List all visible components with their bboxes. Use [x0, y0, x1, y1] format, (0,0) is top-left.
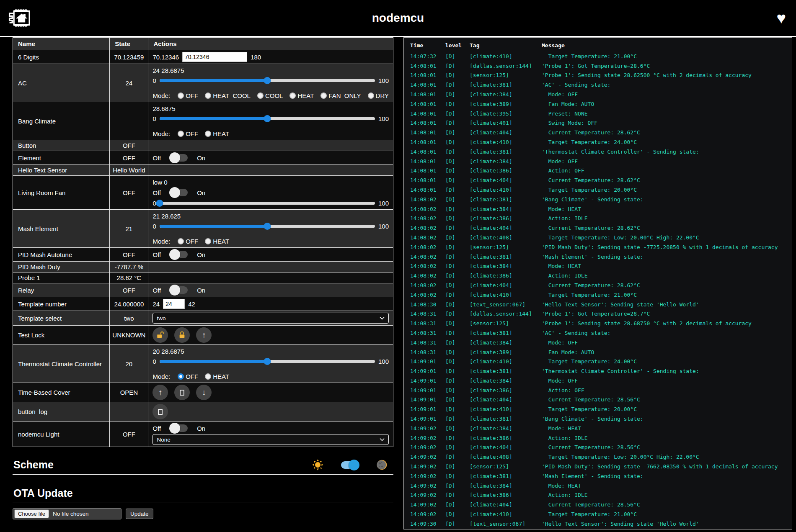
left-column: Name State Actions 6 Digits70.12345970.1…	[13, 37, 393, 519]
slider-thumb[interactable]	[264, 358, 271, 365]
stop-icon	[158, 409, 163, 415]
number-input[interactable]	[163, 299, 185, 309]
table-row: PID Mash Duty-7787.7 %	[13, 262, 393, 272]
entity-actions	[148, 140, 393, 151]
action-line: 2442	[152, 299, 389, 309]
mode-radio-option[interactable]: COOL	[257, 92, 283, 99]
radio-button[interactable]	[205, 373, 211, 380]
slider-thumb[interactable]	[156, 200, 163, 207]
log-level: [D]	[445, 443, 470, 452]
entity-name: nodemcu Light	[13, 421, 110, 447]
radio-button[interactable]	[205, 93, 211, 99]
log-time: 14:08:01	[410, 147, 445, 157]
table-row: Template selecttwotwo	[13, 311, 393, 326]
slider-thumb[interactable]	[264, 77, 271, 84]
lock-button[interactable]	[174, 327, 190, 343]
slider[interactable]	[160, 200, 375, 206]
mode-option-label: HEAT	[213, 130, 229, 137]
log-message: Target Temperature: Low: 20.00°C High: 2…	[542, 452, 792, 462]
action-line: ↑	[152, 327, 389, 343]
mode-radio-option[interactable]: OFF	[178, 92, 198, 99]
log-time: 14:09:01	[410, 367, 445, 376]
radio-button[interactable]	[368, 93, 374, 99]
log-time: 14:09:02	[410, 424, 445, 434]
slider[interactable]	[160, 115, 375, 122]
slider-max-label: 100	[378, 115, 389, 122]
radio-button[interactable]	[289, 93, 296, 99]
mode-option-label: HEAT_COOL	[213, 92, 251, 99]
mode-radio-option[interactable]: HEAT	[289, 92, 314, 99]
slider-track[interactable]	[160, 202, 375, 205]
select-dropdown[interactable]: two	[152, 313, 389, 324]
arrow-up-button[interactable]: ↑	[152, 385, 168, 400]
log-tag: [climate:384]	[470, 262, 542, 271]
mode-radio-option[interactable]: OFF	[178, 130, 198, 137]
mode-radio-option[interactable]: HEAT_COOL	[205, 92, 251, 99]
log-level: [D]	[445, 309, 470, 319]
table-row: Template number24.0000002442	[13, 297, 393, 311]
radio-button[interactable]	[320, 93, 327, 99]
toggle-switch[interactable]	[170, 424, 188, 432]
radio-button[interactable]	[178, 238, 184, 244]
stop-button[interactable]	[174, 385, 190, 400]
slider-thumb[interactable]	[264, 223, 271, 230]
log-message: Mode: OFF	[542, 376, 792, 386]
entity-actions: ↑↓	[148, 383, 393, 402]
slider[interactable]	[160, 223, 375, 229]
mode-radio-option[interactable]: HEAT	[205, 130, 229, 137]
select-dropdown[interactable]: None	[152, 434, 389, 445]
file-input[interactable]: Choose file No file chosen	[13, 508, 121, 519]
toggle-on-label: On	[197, 154, 205, 162]
log-tag: [climate:410]	[470, 510, 542, 519]
log-row: 14:08:01[D][sensor:125]'Probe 1': Sendin…	[404, 71, 792, 80]
action-line: 0100	[152, 198, 389, 208]
slider[interactable]	[160, 77, 375, 84]
number-input[interactable]	[182, 52, 247, 62]
stop-button[interactable]	[152, 404, 168, 419]
mode-radio-option[interactable]: OFF	[178, 373, 198, 380]
mode-radio-option[interactable]: HEAT	[205, 238, 229, 245]
action-line: 28.6875	[152, 104, 389, 113]
scheme-toggle[interactable]	[341, 461, 359, 469]
heart-icon: ♥	[776, 10, 789, 26]
toggle-switch[interactable]	[170, 286, 188, 294]
log-level: [D]	[445, 176, 470, 185]
slider[interactable]	[160, 358, 375, 365]
toggle-switch[interactable]	[170, 251, 188, 258]
log-tag: [sensor:125]	[470, 71, 542, 80]
radio-button[interactable]	[178, 93, 184, 99]
log-row: 14:09:02[D][climate:404] Current Tempera…	[404, 500, 792, 510]
update-button[interactable]: Update	[126, 509, 153, 519]
log-message: 'Thermostat Climate Controller' - Sendin…	[542, 147, 792, 157]
mode-radio-option[interactable]: DRY	[368, 92, 389, 99]
radio-button[interactable]	[178, 131, 184, 137]
mode-radio-option[interactable]: OFF	[178, 238, 198, 245]
toggle-switch[interactable]	[170, 154, 188, 162]
log-time: 14:09:02	[410, 452, 445, 462]
radio-button[interactable]	[205, 131, 211, 137]
log-row: 14:09:02[D][climate:386] Action: IDLE	[404, 491, 792, 500]
table-row: Test LockUNKNOWN↑	[13, 326, 393, 345]
mode-radio-option[interactable]: FAN_ONLY	[320, 92, 361, 99]
choose-file-button[interactable]: Choose file	[14, 509, 49, 518]
log-time: 14:08:02	[410, 262, 445, 271]
slider-fill	[160, 225, 267, 228]
arrow-down-button[interactable]: ↓	[196, 385, 212, 400]
radio-button[interactable]	[205, 238, 211, 244]
radio-button[interactable]	[257, 93, 264, 99]
log-message: Target Temperature: 21.00°C	[542, 290, 792, 300]
arrow-up-button[interactable]: ↑	[196, 327, 212, 343]
log-message: Fan Mode: AUTO	[542, 100, 792, 109]
unlock-button[interactable]	[152, 327, 168, 343]
mode-radio-option[interactable]: HEAT	[205, 373, 229, 380]
log-level: [D]	[445, 80, 470, 90]
slider-thumb[interactable]	[264, 115, 271, 122]
log-tag: [climate:384]	[470, 338, 542, 348]
log-tag: [climate:404]	[470, 224, 542, 233]
slider-min-label: 0	[152, 223, 156, 230]
log-time: 14:08:02	[410, 205, 445, 214]
esphome-logo	[7, 5, 34, 31]
radio-button[interactable]	[178, 373, 184, 380]
toggle-switch[interactable]	[170, 189, 188, 196]
table-row: RelayOFFOffOn	[13, 283, 393, 297]
